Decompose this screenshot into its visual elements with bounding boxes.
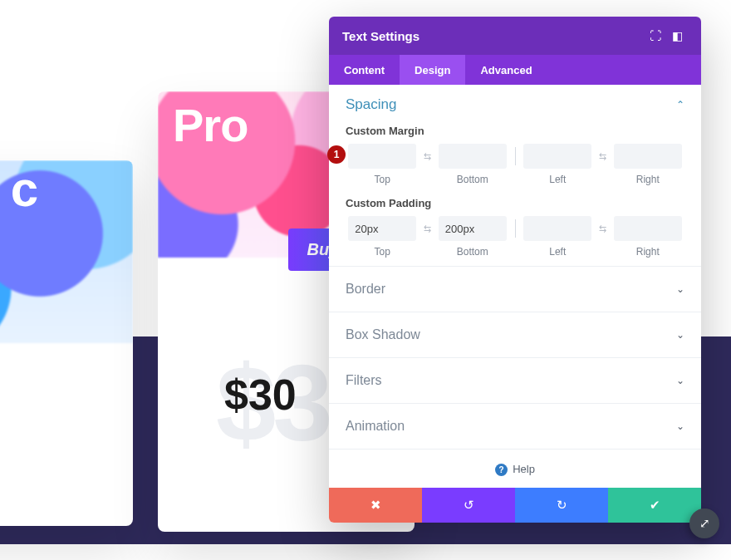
- padding-right-sublabel: Right: [636, 246, 660, 258]
- padding-right-input[interactable]: [614, 216, 682, 241]
- custom-padding-label: Custom Padding: [346, 197, 684, 209]
- pricing-card-basic: c uy Now 5 5: [0, 160, 133, 526]
- chevron-down-icon: ⌄: [676, 283, 684, 295]
- annotation-callout-1: 1: [327, 145, 346, 164]
- expand-icon[interactable]: ⛶: [645, 29, 666, 42]
- margin-right-input[interactable]: [614, 144, 682, 169]
- expand-diagonal-icon: ⤢: [699, 516, 710, 531]
- cancel-button[interactable]: ✖: [329, 488, 422, 523]
- card-title-pro: Pro: [173, 98, 248, 152]
- panel-tabs: Content Design Advanced: [329, 55, 701, 85]
- card-title-basic: c: [11, 160, 37, 218]
- redo-button[interactable]: ↻: [515, 488, 608, 523]
- divider: [509, 144, 521, 169]
- section-filters-label: Filters: [346, 373, 382, 388]
- link-values-icon[interactable]: ⇆: [419, 216, 436, 241]
- panel-title: Text Settings: [342, 29, 645, 43]
- tab-content[interactable]: Content: [329, 55, 400, 85]
- help-link[interactable]: ?Help: [329, 449, 701, 488]
- link-values-icon[interactable]: ⇆: [595, 144, 611, 169]
- tab-advanced[interactable]: Advanced: [465, 55, 547, 85]
- padding-bottom-sublabel: Bottom: [457, 246, 488, 258]
- link-values-icon[interactable]: ⇆: [419, 144, 436, 169]
- custom-margin-group: Custom Margin Top ⇆ Bottom Left: [329, 121, 701, 194]
- divider: [509, 216, 521, 241]
- padding-left-sublabel: Left: [549, 246, 566, 258]
- margin-top-sublabel: Top: [375, 174, 390, 185]
- text-settings-panel: Text Settings ⛶ ◧ Content Design Advance…: [329, 17, 701, 523]
- section-animation-label: Animation: [346, 419, 405, 434]
- margin-left-input[interactable]: [523, 144, 591, 169]
- margin-bottom-input[interactable]: [439, 144, 507, 169]
- section-border-label: Border: [346, 282, 385, 297]
- padding-bottom-input[interactable]: [439, 216, 507, 241]
- margin-right-sublabel: Right: [636, 174, 660, 185]
- section-box-shadow[interactable]: Box Shadow ⌄: [329, 312, 701, 357]
- panel-footer: ✖ ↺ ↻ ✔: [329, 488, 701, 523]
- price-pro: $30: [224, 370, 297, 420]
- custom-margin-label: Custom Margin: [346, 125, 684, 137]
- tab-design[interactable]: Design: [400, 55, 465, 85]
- chevron-down-icon: ⌄: [676, 329, 684, 341]
- custom-padding-group: Custom Padding Top ⇆ Bottom Left: [329, 194, 701, 266]
- section-animation[interactable]: Animation ⌄: [329, 403, 701, 449]
- link-values-icon[interactable]: ⇆: [595, 216, 611, 241]
- section-box-shadow-label: Box Shadow: [346, 327, 420, 342]
- save-button[interactable]: ✔: [608, 488, 701, 523]
- section-border[interactable]: Border ⌄: [329, 266, 701, 312]
- section-spacing-header[interactable]: Spacing ⌃: [329, 85, 701, 121]
- chevron-down-icon: ⌄: [676, 420, 684, 432]
- panel-header[interactable]: Text Settings ⛶ ◧: [329, 17, 701, 55]
- section-filters[interactable]: Filters ⌄: [329, 357, 701, 403]
- snap-icon[interactable]: ◧: [666, 29, 688, 42]
- padding-left-input[interactable]: [523, 216, 591, 241]
- help-icon: ?: [495, 464, 508, 476]
- section-spacing-label: Spacing: [346, 96, 396, 113]
- chevron-down-icon: ⌄: [676, 375, 684, 386]
- padding-top-sublabel: Top: [375, 246, 390, 258]
- margin-left-sublabel: Left: [549, 174, 566, 185]
- margin-bottom-sublabel: Bottom: [457, 174, 488, 185]
- chevron-up-icon: ⌃: [676, 99, 684, 111]
- padding-top-input[interactable]: [348, 216, 416, 241]
- undo-button[interactable]: ↺: [422, 488, 515, 523]
- margin-top-input[interactable]: [348, 144, 416, 169]
- help-label: Help: [513, 463, 535, 475]
